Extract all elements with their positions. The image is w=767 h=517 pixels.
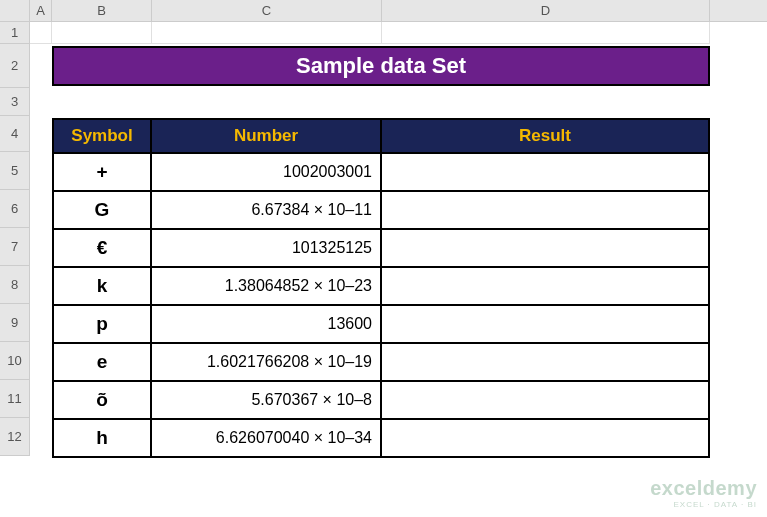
cell-symbol[interactable]: k: [52, 268, 152, 306]
cell-result[interactable]: [382, 420, 710, 458]
row-header-12[interactable]: 12: [0, 418, 30, 456]
header-result[interactable]: Result: [382, 118, 710, 154]
row-header-8[interactable]: 8: [0, 266, 30, 304]
cell-number[interactable]: 5.670367 × 10–8: [152, 382, 382, 420]
cell-symbol[interactable]: +: [52, 154, 152, 192]
cell-result[interactable]: [382, 382, 710, 420]
row-header-7[interactable]: 7: [0, 228, 30, 266]
col-header-a[interactable]: A: [30, 0, 52, 21]
row-header-3[interactable]: 3: [0, 88, 30, 116]
cell-symbol[interactable]: e: [52, 344, 152, 382]
cell-result[interactable]: [382, 230, 710, 268]
table-row: + 1002003001: [52, 154, 710, 192]
table-row: õ 5.670367 × 10–8: [52, 382, 710, 420]
cell[interactable]: [152, 22, 382, 44]
table-row: € 101325125: [52, 230, 710, 268]
cell-result[interactable]: [382, 192, 710, 230]
cell[interactable]: [30, 22, 52, 44]
col-header-c[interactable]: C: [152, 0, 382, 21]
cell-result[interactable]: [382, 344, 710, 382]
table-row: h 6.626070040 × 10–34: [52, 420, 710, 458]
cell-result[interactable]: [382, 154, 710, 192]
cell-symbol[interactable]: G: [52, 192, 152, 230]
watermark-sub: EXCEL · DATA · BI: [650, 500, 757, 509]
row-header-2[interactable]: 2: [0, 44, 30, 88]
data-table: Symbol Number Result + 1002003001 G 6.67…: [52, 118, 710, 458]
row-header-9[interactable]: 9: [0, 304, 30, 342]
cell-result[interactable]: [382, 306, 710, 344]
row-header-5[interactable]: 5: [0, 152, 30, 190]
watermark: exceldemy EXCEL · DATA · BI: [650, 477, 757, 509]
cell-number[interactable]: 6.67384 × 10–11: [152, 192, 382, 230]
row-header-4[interactable]: 4: [0, 116, 30, 152]
spreadsheet: A B C D 1 2 3 4 5 6 7 8 9 10 11 12 Sampl…: [0, 0, 767, 517]
cell-result[interactable]: [382, 268, 710, 306]
cell-symbol[interactable]: p: [52, 306, 152, 344]
cell-number[interactable]: 1.6021766208 × 10–19: [152, 344, 382, 382]
table-header-row: Symbol Number Result: [52, 118, 710, 154]
row-header-1[interactable]: 1: [0, 22, 30, 44]
row-header-6[interactable]: 6: [0, 190, 30, 228]
cell-symbol[interactable]: õ: [52, 382, 152, 420]
cell-symbol[interactable]: €: [52, 230, 152, 268]
row-headers: 1 2 3 4 5 6 7 8 9 10 11 12: [0, 22, 30, 456]
cell[interactable]: [382, 22, 710, 44]
watermark-main: exceldemy: [650, 477, 757, 500]
cell-number[interactable]: 1.38064852 × 10–23: [152, 268, 382, 306]
header-symbol[interactable]: Symbol: [52, 118, 152, 154]
cell-symbol[interactable]: h: [52, 420, 152, 458]
cell[interactable]: [52, 22, 152, 44]
table-row: p 13600: [52, 306, 710, 344]
header-number[interactable]: Number: [152, 118, 382, 154]
cell-number[interactable]: 101325125: [152, 230, 382, 268]
cell-number[interactable]: 13600: [152, 306, 382, 344]
cell-number[interactable]: 1002003001: [152, 154, 382, 192]
row-header-10[interactable]: 10: [0, 342, 30, 380]
column-headers: A B C D: [0, 0, 767, 22]
table-row: k 1.38064852 × 10–23: [52, 268, 710, 306]
title-bar[interactable]: Sample data Set: [52, 46, 710, 86]
table-row: G 6.67384 × 10–11: [52, 192, 710, 230]
row-header-spacer: [0, 0, 30, 21]
table-row: e 1.6021766208 × 10–19: [52, 344, 710, 382]
row-header-11[interactable]: 11: [0, 380, 30, 418]
col-header-b[interactable]: B: [52, 0, 152, 21]
cell-number[interactable]: 6.626070040 × 10–34: [152, 420, 382, 458]
col-header-d[interactable]: D: [382, 0, 710, 21]
